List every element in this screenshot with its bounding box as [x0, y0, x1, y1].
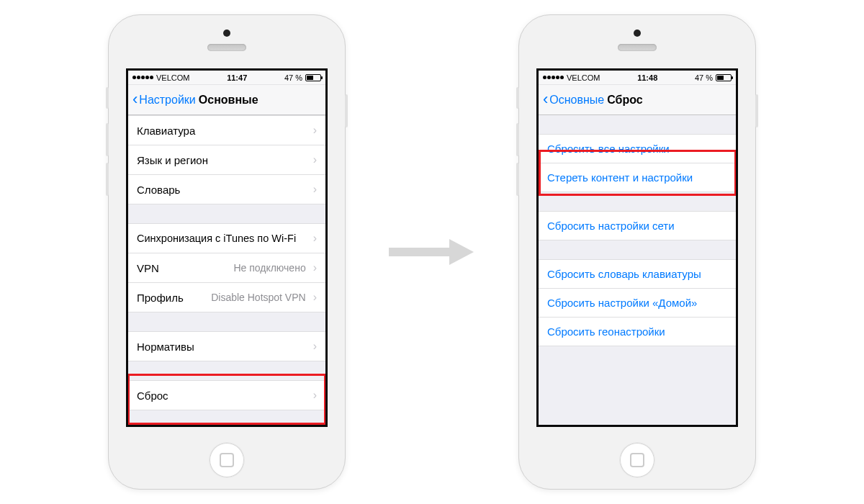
chevron-right-icon: ›: [310, 291, 317, 304]
row-profile[interactable]: Профиль Disable Hotspot VPN ›: [128, 282, 325, 312]
status-time: 11:47: [227, 73, 247, 82]
row-label: Сброс: [137, 390, 168, 402]
row-label: Сбросить геонастройки: [547, 325, 665, 338]
volume-up: [106, 123, 109, 156]
row-reset-keyboard-dict[interactable]: Сбросить словарь клавиатуры: [539, 259, 736, 288]
chevron-right-icon: ›: [310, 261, 317, 274]
volume-down: [106, 163, 109, 196]
screen-right: VELCOM 11:48 47 % ‹ Основные Сброс Сброс…: [536, 68, 738, 427]
nav-bar: ‹ Основные Сброс: [539, 85, 736, 115]
row-label: Язык и регион: [137, 154, 208, 166]
row-label: Сбросить все настройки: [547, 143, 670, 155]
phone-frame-right: VELCOM 11:48 47 % ‹ Основные Сброс Сброс…: [518, 14, 756, 490]
page-title: Основные: [199, 94, 258, 107]
row-reset-network[interactable]: Сбросить настройки сети: [539, 211, 736, 240]
row-label: Нормативы: [137, 341, 194, 353]
row-reset-location[interactable]: Сбросить геонастройки: [539, 317, 736, 346]
back-label: Основные: [549, 94, 604, 107]
battery-percent: 47 %: [284, 73, 302, 82]
row-language-region[interactable]: Язык и регион ›: [128, 145, 325, 174]
chevron-right-icon: ›: [310, 340, 317, 353]
chevron-right-icon: ›: [310, 232, 317, 245]
page-title: Сброс: [607, 94, 642, 107]
row-label: Сбросить словарь клавиатуры: [547, 268, 701, 280]
status-bar: VELCOM 11:47 47 %: [128, 71, 325, 85]
row-regulatory[interactable]: Нормативы ›: [128, 331, 325, 361]
back-button[interactable]: ‹ Основные: [543, 93, 604, 107]
signal-icon: [132, 76, 153, 79]
row-label: Словарь: [137, 184, 180, 196]
settings-group: Нормативы ›: [128, 331, 325, 361]
chevron-right-icon: ›: [310, 153, 317, 166]
battery-icon: [305, 74, 321, 81]
screen-left: VELCOM 11:47 47 % ‹ Настройки Основные К…: [126, 68, 328, 427]
row-label: Сбросить настройки «Домой»: [547, 297, 697, 309]
row-reset-all-settings[interactable]: Сбросить все настройки: [539, 134, 736, 163]
status-bar: VELCOM 11:48 47 %: [539, 71, 736, 85]
chevron-left-icon: ‹: [543, 91, 548, 107]
power-button: [755, 94, 758, 127]
chevron-right-icon: ›: [310, 183, 317, 196]
signal-icon: [543, 76, 564, 79]
row-dictionary[interactable]: Словарь ›: [128, 174, 325, 204]
row-reset[interactable]: Сброс ›: [128, 380, 325, 410]
settings-group: Клавиатура › Язык и регион › Словарь ›: [128, 115, 325, 204]
mute-switch: [106, 87, 109, 109]
chevron-right-icon: ›: [310, 124, 317, 137]
speaker-grill: [207, 44, 246, 51]
row-keyboard[interactable]: Клавиатура ›: [128, 115, 325, 145]
row-reset-home-layout[interactable]: Сбросить настройки «Домой»: [539, 288, 736, 317]
settings-group: Сбросить настройки сети: [539, 211, 736, 240]
row-erase-content-settings[interactable]: Стереть контент и настройки: [539, 163, 736, 192]
row-label: Сбросить настройки сети: [547, 220, 675, 232]
chevron-right-icon: ›: [310, 389, 317, 402]
carrier-label: VELCOM: [156, 73, 189, 82]
speaker-grill: [618, 44, 657, 51]
row-label: VPN: [137, 262, 159, 274]
back-label: Настройки: [139, 94, 195, 107]
home-button[interactable]: [210, 443, 244, 477]
row-vpn[interactable]: VPN Не подключено ›: [128, 253, 325, 282]
settings-group: Сброс ›: [128, 380, 325, 410]
row-label: Синхронизация c iTunes по Wi-Fi: [137, 233, 296, 244]
battery-percent: 47 %: [695, 73, 713, 82]
phone-frame-left: VELCOM 11:47 47 % ‹ Настройки Основные К…: [108, 14, 346, 490]
svg-rect-0: [389, 248, 451, 256]
battery-icon: [716, 74, 732, 81]
arrow-icon: [389, 238, 475, 266]
svg-marker-1: [449, 239, 474, 265]
settings-group: Сбросить словарь клавиатуры Сбросить нас…: [539, 259, 736, 346]
row-label: Стереть контент и настройки: [547, 171, 693, 184]
settings-group: Синхронизация c iTunes по Wi-Fi › VPN Не…: [128, 223, 325, 312]
carrier-label: VELCOM: [567, 73, 600, 82]
row-itunes-wifi-sync[interactable]: Синхронизация c iTunes по Wi-Fi ›: [128, 223, 325, 253]
home-button[interactable]: [620, 443, 654, 477]
back-button[interactable]: ‹ Настройки: [132, 93, 196, 107]
power-button: [345, 94, 348, 127]
row-detail: Disable Hotspot VPN: [184, 292, 310, 303]
status-time: 11:48: [637, 73, 657, 82]
chevron-left-icon: ‹: [132, 91, 138, 107]
row-detail: Не подключено: [159, 262, 310, 274]
volume-down: [516, 163, 519, 196]
volume-up: [516, 123, 519, 156]
row-label: Профиль: [137, 292, 184, 304]
row-label: Клавиатура: [137, 125, 195, 137]
settings-group: Сбросить все настройки Стереть контент и…: [539, 134, 736, 192]
mute-switch: [516, 87, 519, 109]
nav-bar: ‹ Настройки Основные: [128, 85, 325, 115]
